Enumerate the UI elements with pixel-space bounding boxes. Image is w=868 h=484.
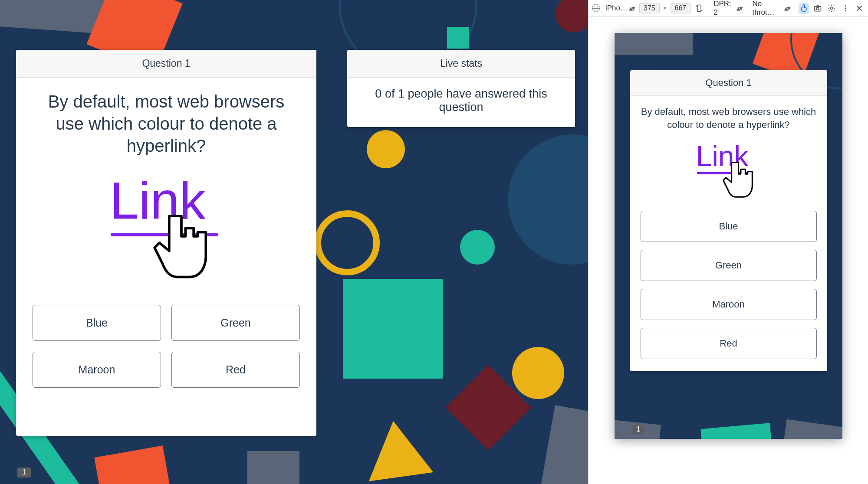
devtools-panel: iPho… ▴▾ 375 × 667 DPR: 2 ▴▾ No throt… ▴… [588,0,868,484]
deco-shape [777,419,842,439]
deco-shape [367,130,405,168]
hyperlink-illustration: Link [110,175,223,288]
preview-card-body: By default, most web browsers use which … [630,96,827,371]
deco-shape [94,445,174,484]
live-stats-card: Live stats 0 of 1 people have answered t… [347,50,575,127]
pointer-cursor-icon [149,207,214,290]
throttle-select[interactable]: No throt… ▴▾ [751,0,791,18]
toolbar-divider [747,3,747,13]
toolbar-divider [795,3,795,13]
deco-shape [700,423,776,439]
deco-shape [361,416,434,481]
deco-shape [343,279,443,379]
globe-icon [592,4,600,12]
close-device-toolbar-button[interactable] [854,3,865,14]
updown-arrows-icon: ▴▾ [736,6,742,10]
viewport-height-input[interactable]: 667 [671,3,691,13]
device-select-label: iPho… [605,4,628,13]
deco-shape [556,0,588,33]
throttle-label: No throt… [753,0,783,17]
preview-answer-2[interactable]: Maroon [641,289,817,320]
dpr-label: DPR: 2 [713,0,735,17]
rotate-device-button[interactable] [694,3,704,14]
question-card: Question 1 By default, most web browsers… [16,50,316,436]
dimension-x: × [663,4,667,12]
svg-point-3 [830,7,832,9]
updown-arrows-icon: ▴▾ [784,6,789,10]
question-card-body: By default, most web browsers use which … [16,78,316,404]
deco-shape [247,451,299,484]
live-stats-header: Live stats [347,50,575,78]
app-root: Question 1 By default, most web browsers… [0,0,868,484]
preview-answer-list: Blue Green Maroon Red [641,211,817,359]
svg-point-5 [845,7,846,9]
device-preview-frame: Question 1 By default, most web browsers… [589,16,868,484]
dpr-select[interactable]: DPR: 2 ▴▾ [712,0,743,18]
device-select[interactable]: iPho… ▴▾ [604,3,636,13]
more-options-button[interactable] [840,3,851,14]
settings-button[interactable] [826,3,837,14]
deco-shape [615,33,693,55]
viewport-width-input[interactable]: 375 [639,3,660,13]
devtools-toolbar: iPho… ▴▾ 375 × 667 DPR: 2 ▴▾ No throt… ▴… [589,0,868,16]
answer-option-0[interactable]: Blue [33,305,161,341]
deco-shape [447,27,469,49]
preview-answer-1[interactable]: Green [641,250,817,281]
preview-answer-3[interactable]: Red [641,328,817,359]
pointer-cursor-icon [720,157,757,205]
question-card-header: Question 1 [16,50,316,78]
svg-point-4 [845,5,846,6]
preview-question-text: By default, most web browsers use which … [641,105,817,131]
updown-arrows-icon: ▴▾ [629,6,634,10]
toolbar-divider [708,3,708,13]
deco-shape [512,347,564,399]
device-preview[interactable]: Question 1 By default, most web browsers… [615,33,842,439]
preview-question-card: Question 1 By default, most web browsers… [630,70,827,371]
deco-shape [460,230,495,265]
presentation-canvas: Question 1 By default, most web browsers… [0,0,588,484]
answer-grid: Blue Green Maroon Red [33,305,300,388]
answer-option-3[interactable]: Red [171,352,300,388]
page-number-badge: 1 [17,468,31,477]
svg-point-2 [816,7,819,10]
live-stats-text: 0 of 1 people have answered this questio… [347,78,575,127]
svg-rect-0 [697,5,701,11]
touch-simulation-button[interactable] [799,3,809,14]
preview-page-badge: 1 [633,425,644,434]
preview-link-illustration: Link [696,140,761,200]
answer-option-2[interactable]: Maroon [33,352,161,388]
deco-shape [315,210,380,275]
answer-option-1[interactable]: Green [171,305,300,341]
screenshot-button[interactable] [812,3,823,14]
preview-card-header: Question 1 [630,70,827,96]
question-text: By default, most web browsers use which … [33,91,300,157]
deco-shape [508,134,588,265]
svg-point-6 [845,10,846,11]
preview-answer-0[interactable]: Blue [641,211,817,242]
